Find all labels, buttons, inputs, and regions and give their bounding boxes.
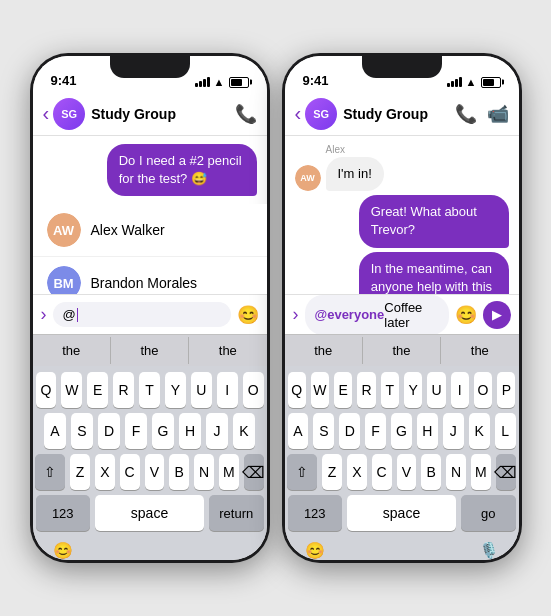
msg-trevor: Great! What about Trevor? — [295, 195, 509, 247]
input-field-1[interactable]: @ — [53, 302, 231, 327]
key-T[interactable]: T — [139, 372, 160, 408]
input-field-2[interactable]: @everyone Coffee later — [305, 295, 449, 335]
key2-V[interactable]: V — [397, 454, 417, 490]
key2-J[interactable]: J — [443, 413, 464, 449]
emoji-kb-icon-2[interactable]: 😊 — [305, 541, 325, 560]
key2-T[interactable]: T — [381, 372, 399, 408]
key-D[interactable]: D — [98, 413, 120, 449]
key2-shift[interactable]: ⇧ — [287, 454, 317, 490]
key2-E[interactable]: E — [334, 372, 352, 408]
key2-Y[interactable]: Y — [404, 372, 422, 408]
keyboard-2: Q W E R T Y U I O P A S D F G H — [285, 366, 519, 540]
phone-2: 9:41 ▲ ‹ SG — [282, 53, 522, 563]
emoji-button-1[interactable]: 😊 — [237, 304, 259, 326]
key2-num[interactable]: 123 — [288, 495, 343, 531]
key-N[interactable]: N — [194, 454, 214, 490]
key2-K[interactable]: K — [469, 413, 490, 449]
bubble-alex: I'm in! — [326, 157, 384, 191]
send-button-2[interactable]: ▶ — [483, 301, 511, 329]
key2-N[interactable]: N — [446, 454, 466, 490]
mention-item-alex[interactable]: AW Alex Walker — [33, 204, 267, 257]
chat-area-2[interactable]: Alex AW I'm in! Great! What about Trevor… — [285, 136, 519, 294]
key2-D[interactable]: D — [339, 413, 360, 449]
key2-S[interactable]: S — [313, 413, 334, 449]
back-button-2[interactable]: ‹ — [295, 102, 302, 125]
autocomplete-item-3[interactable]: the — [189, 337, 266, 364]
key-H[interactable]: H — [179, 413, 201, 449]
key-Z[interactable]: Z — [70, 454, 90, 490]
back-button-1[interactable]: ‹ — [43, 102, 50, 125]
key-E[interactable]: E — [87, 372, 108, 408]
mic-icon-2[interactable]: 🎙️ — [479, 541, 499, 560]
chat-area-1[interactable]: Do I need a #2 pencil for the test? 😅 AW… — [33, 136, 267, 294]
key2-P[interactable]: P — [497, 372, 515, 408]
key-I[interactable]: I — [217, 372, 238, 408]
key2-H[interactable]: H — [417, 413, 438, 449]
key2-space[interactable]: space — [347, 495, 456, 531]
key-row-2: A S D F G H J K — [36, 413, 264, 449]
key2-B[interactable]: B — [421, 454, 441, 490]
key2-L[interactable]: L — [495, 413, 516, 449]
autocomplete-item-2-3[interactable]: the — [441, 337, 518, 364]
key2-X[interactable]: X — [347, 454, 367, 490]
key-J[interactable]: J — [206, 413, 228, 449]
wifi-icon-2: ▲ — [466, 76, 477, 88]
nav-title-2: Study Group — [343, 106, 454, 122]
key2-G[interactable]: G — [391, 413, 412, 449]
key-M[interactable]: M — [219, 454, 239, 490]
expand-button-2[interactable]: › — [293, 304, 299, 325]
autocomplete-item-2[interactable]: the — [111, 337, 189, 364]
key2-go[interactable]: go — [461, 495, 516, 531]
key2-A[interactable]: A — [288, 413, 309, 449]
emoji-button-2[interactable]: 😊 — [455, 304, 477, 326]
key2-U[interactable]: U — [427, 372, 445, 408]
video-icon-2[interactable]: 📹 — [487, 103, 509, 125]
autocomplete-item-2-1[interactable]: the — [285, 337, 363, 364]
key-num[interactable]: 123 — [36, 495, 91, 531]
autocomplete-item-1[interactable]: the — [33, 337, 111, 364]
key-O[interactable]: O — [243, 372, 264, 408]
key2-M[interactable]: M — [471, 454, 491, 490]
key2-C[interactable]: C — [372, 454, 392, 490]
key-R[interactable]: R — [113, 372, 134, 408]
key-W[interactable]: W — [61, 372, 82, 408]
key2-R[interactable]: R — [357, 372, 375, 408]
key-U[interactable]: U — [191, 372, 212, 408]
mention-avatar-brandon: BM — [47, 266, 81, 294]
key-C[interactable]: C — [120, 454, 140, 490]
input-bar-1: › @ 😊 — [33, 294, 267, 334]
key-B[interactable]: B — [169, 454, 189, 490]
mention-avatar-alex: AW — [47, 213, 81, 247]
key-S[interactable]: S — [71, 413, 93, 449]
key-K[interactable]: K — [233, 413, 255, 449]
call-icon-1[interactable]: 📞 — [235, 103, 257, 125]
expand-button-1[interactable]: › — [41, 304, 47, 325]
emoji-kb-icon-1[interactable]: 😊 — [53, 541, 73, 560]
key-G[interactable]: G — [152, 413, 174, 449]
key-shift[interactable]: ⇧ — [35, 454, 65, 490]
mention-item-brandon[interactable]: BM Brandon Morales — [33, 257, 267, 294]
key2-F[interactable]: F — [365, 413, 386, 449]
bottom-bar-2: 😊 🎙️ — [285, 540, 519, 560]
status-time-2: 9:41 — [303, 73, 329, 88]
key-A[interactable]: A — [44, 413, 66, 449]
key2-O[interactable]: O — [474, 372, 492, 408]
key-delete[interactable]: ⌫ — [244, 454, 264, 490]
key2-W[interactable]: W — [311, 372, 329, 408]
key2-Q[interactable]: Q — [288, 372, 306, 408]
key2-Z[interactable]: Z — [322, 454, 342, 490]
key2-delete[interactable]: ⌫ — [496, 454, 516, 490]
key-row-4: 123 space return — [36, 495, 264, 531]
key-space[interactable]: space — [95, 495, 204, 531]
key-F[interactable]: F — [125, 413, 147, 449]
key-V[interactable]: V — [145, 454, 165, 490]
key-Q[interactable]: Q — [36, 372, 57, 408]
key-Y[interactable]: Y — [165, 372, 186, 408]
key-X[interactable]: X — [95, 454, 115, 490]
autocomplete-item-2-2[interactable]: the — [363, 337, 441, 364]
key-return[interactable]: return — [209, 495, 264, 531]
key2-I[interactable]: I — [451, 372, 469, 408]
signal-icon-2 — [447, 77, 462, 87]
notch-1 — [110, 56, 190, 78]
call-icon-2[interactable]: 📞 — [455, 103, 477, 125]
